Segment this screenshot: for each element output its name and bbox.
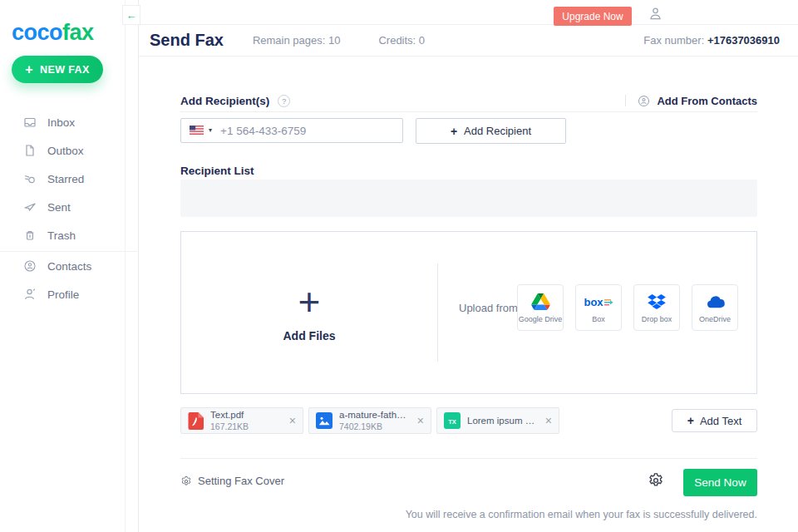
- user-account-icon[interactable]: [648, 7, 663, 24]
- plus-icon: +: [25, 63, 33, 76]
- recipient-list-panel: [180, 180, 757, 217]
- fax-number: Fax number: +17637036910: [643, 34, 780, 47]
- add-recipient-button[interactable]: + Add Recipient: [416, 118, 566, 144]
- sidebar: cocofax + NEW FAX Inbox Outbox Starred: [0, 0, 139, 532]
- add-files-label: Add Files: [283, 329, 335, 342]
- add-files-dropzone[interactable]: + Add Files: [181, 232, 437, 393]
- phone-number-field[interactable]: ▾: [180, 118, 403, 143]
- contact-circle-icon: [638, 95, 650, 107]
- fax-number-value: +17637036910: [707, 34, 780, 47]
- remove-attachment-icon[interactable]: ×: [545, 415, 552, 426]
- sidebar-item-label: Sent: [47, 201, 71, 214]
- us-flag-icon[interactable]: [190, 123, 204, 138]
- sidebar-item-trash[interactable]: Trash: [0, 221, 139, 249]
- paper-plane-icon: [23, 200, 37, 214]
- footer-divider: [180, 458, 757, 459]
- page-header: Send Fax Remain pages: 10 Credits: 0 Fax…: [139, 25, 798, 57]
- attachment-size: 7402.19KB: [339, 421, 411, 432]
- remove-attachment-icon[interactable]: ×: [417, 415, 424, 426]
- vertical-divider: [625, 95, 626, 106]
- box-logo-text: box: [584, 296, 603, 308]
- sidebar-item-label: Contacts: [47, 260, 91, 273]
- sidebar-item-inbox[interactable]: Inbox: [0, 108, 139, 136]
- attachment-info: a-mature-father-wit... 7402.19KB: [339, 409, 411, 432]
- sidebar-item-outbox[interactable]: Outbox: [0, 136, 139, 165]
- sidebar-item-contacts[interactable]: Contacts: [0, 252, 139, 280]
- sidebar-item-profile[interactable]: Profile: [0, 280, 139, 308]
- provider-name: OneDrive: [699, 315, 731, 323]
- upload-google-drive-button[interactable]: Google Drive: [517, 284, 564, 331]
- sidebar-collapse-button[interactable]: ←: [122, 5, 140, 25]
- remain-pages: Remain pages: 10: [253, 34, 341, 47]
- sidebar-item-label: Profile: [47, 288, 79, 301]
- sidebar-item-sent[interactable]: Sent: [0, 193, 139, 221]
- attachment-name: Lorem ipsum dolor si: [467, 415, 539, 426]
- trash-icon: [23, 229, 37, 242]
- upload-box-button[interactable]: box Box: [575, 284, 622, 331]
- credits: Credits: 0: [378, 34, 425, 47]
- attachment-size: 167.21KB: [210, 421, 249, 432]
- logo-part-coco: coco: [12, 20, 62, 45]
- attachment-info: Lorem ipsum dolor si: [467, 415, 539, 426]
- provider-name: Drop box: [642, 315, 672, 323]
- sidebar-nav-primary: Inbox Outbox Starred Sent Trash: [0, 108, 139, 249]
- attachment-name: Text.pdf: [210, 409, 249, 421]
- remove-attachment-icon[interactable]: ×: [289, 415, 296, 426]
- add-recipients-title: Add Recipient(s): [180, 95, 269, 107]
- cocofax-logo: cocofax: [12, 20, 94, 46]
- upload-onedrive-button[interactable]: OneDrive: [692, 284, 738, 331]
- page-title: Send Fax: [150, 31, 224, 50]
- google-drive-icon: [531, 292, 550, 312]
- sidebar-nav-secondary: Contacts Profile: [0, 252, 139, 308]
- upgrade-now-button[interactable]: Upgrade Now: [554, 7, 632, 26]
- send-now-button[interactable]: Send Now: [683, 469, 757, 496]
- pdf-file-icon: [188, 412, 204, 430]
- plus-icon: +: [451, 125, 457, 138]
- sidebar-item-starred[interactable]: Starred: [0, 165, 139, 193]
- upload-zone-divider: [437, 264, 438, 362]
- help-icon[interactable]: ?: [278, 95, 290, 107]
- profile-icon: [23, 288, 37, 301]
- attachment-chip: TX Lorem ipsum dolor si ×: [436, 407, 559, 434]
- setting-fax-cover-button[interactable]: Setting Fax Cover: [180, 475, 284, 487]
- file-upload-box: + Add Files Upload from Google Drive box…: [180, 231, 757, 394]
- sidebar-item-label: Inbox: [47, 116, 75, 129]
- upload-dropbox-button[interactable]: Drop box: [633, 284, 680, 331]
- recipient-list-title: Recipient List: [180, 165, 254, 177]
- attachment-chip: Text.pdf 167.21KB ×: [180, 407, 303, 434]
- plus-icon: +: [298, 283, 321, 321]
- gear-icon: [180, 475, 192, 487]
- add-from-contacts-label: Add From Contacts: [657, 95, 757, 107]
- recipients-section-header: Add Recipient(s) ? Add From Contacts: [180, 90, 757, 112]
- attachment-chip: a-mature-father-wit... 7402.19KB ×: [308, 407, 431, 434]
- fax-number-label: Fax number:: [643, 34, 707, 47]
- add-from-contacts-button[interactable]: Add From Contacts: [625, 95, 757, 107]
- dropbox-icon: [648, 292, 666, 312]
- sidebar-item-label: Trash: [47, 229, 76, 242]
- add-recipient-label: Add Recipient: [464, 125, 531, 137]
- main-area: Upgrade Now Send Fax Remain pages: 10 Cr…: [139, 0, 798, 532]
- provider-name: Box: [592, 315, 605, 323]
- add-text-label: Add Text: [700, 415, 741, 427]
- send-settings-gear-icon[interactable]: [648, 472, 664, 491]
- box-icon: box: [584, 292, 613, 312]
- document-icon: [23, 144, 37, 157]
- upload-from-label: Upload from: [459, 302, 518, 314]
- new-fax-button[interactable]: + NEW FAX: [12, 56, 103, 83]
- back-arrow-icon: ←: [126, 9, 137, 22]
- tx-icon-label: TX: [448, 418, 456, 426]
- sidebar-item-label: Outbox: [47, 145, 84, 157]
- sidebar-item-label: Starred: [47, 173, 84, 185]
- add-text-button[interactable]: + Add Text: [672, 409, 757, 432]
- phone-number-input[interactable]: [217, 124, 394, 138]
- starred-icon: [23, 172, 37, 185]
- new-fax-label: NEW FAX: [40, 64, 90, 76]
- confirmation-note: You will receive a confirmation email wh…: [180, 509, 757, 520]
- attachment-name: a-mature-father-wit...: [339, 409, 411, 421]
- inbox-icon: [23, 116, 37, 129]
- onedrive-icon: [705, 292, 726, 312]
- plus-icon: +: [687, 414, 694, 427]
- attachment-info: Text.pdf 167.21KB: [210, 409, 249, 432]
- chevron-down-icon[interactable]: ▾: [209, 127, 212, 134]
- top-bar: Upgrade Now: [139, 0, 798, 25]
